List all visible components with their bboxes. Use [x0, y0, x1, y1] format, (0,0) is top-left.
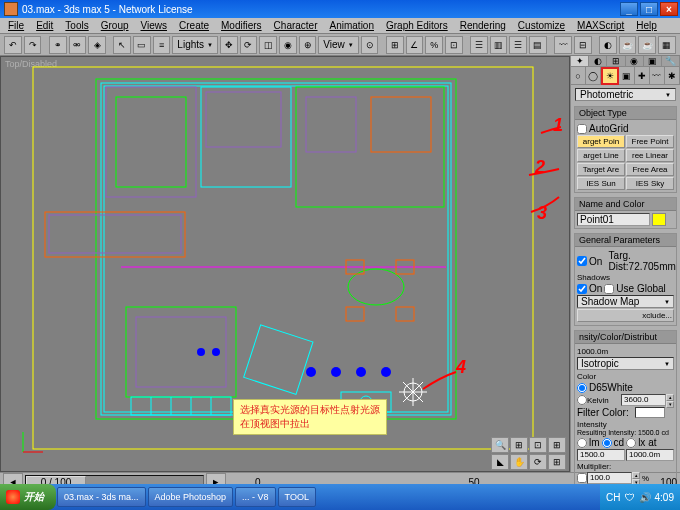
layers-button[interactable]: ▤	[529, 36, 547, 54]
system-tray[interactable]: CH 🛡 🔊 4:09	[600, 484, 680, 510]
named-selection-button[interactable]: ☰	[470, 36, 488, 54]
target-point-button[interactable]: arget Poin	[577, 135, 625, 148]
distribution-dropdown[interactable]: Isotropic	[577, 357, 674, 370]
intensity-header[interactable]: nsity/Color/Distribut	[575, 331, 676, 344]
menu-group[interactable]: Group	[95, 19, 135, 32]
task-item[interactable]: Adobe Photoshop	[148, 487, 234, 507]
target-area-button[interactable]: Target Are	[577, 163, 625, 176]
intensity-value[interactable]: 1500.0	[577, 449, 625, 461]
zoom-all-icon[interactable]: ⊞	[510, 437, 528, 453]
helpers-icon[interactable]: ✚	[635, 67, 650, 85]
menu-modifiers[interactable]: Modifiers	[215, 19, 268, 32]
menu-edit[interactable]: Edit	[30, 19, 59, 32]
filter-color-swatch[interactable]	[635, 407, 665, 418]
curve-editor-button[interactable]: 〰	[554, 36, 572, 54]
bind-button[interactable]: ◈	[88, 36, 106, 54]
mult-checkbox[interactable]	[577, 473, 587, 483]
ref-coord-dropdown[interactable]: View	[318, 36, 358, 54]
arc-rotate-icon[interactable]: ⟳	[529, 454, 547, 470]
minimize-button[interactable]: _	[620, 2, 638, 16]
angle-snap-button[interactable]: ∠	[406, 36, 424, 54]
shadows-on-checkbox[interactable]	[577, 284, 587, 294]
object-type-header[interactable]: Object Type	[575, 107, 676, 120]
hierarchy-tab[interactable]: ⊞	[607, 56, 625, 66]
selection-filter-dropdown[interactable]: Lights	[172, 36, 218, 54]
lights-icon[interactable]: ☀	[601, 67, 619, 85]
scale-button[interactable]: ◫	[259, 36, 277, 54]
mirror-button[interactable]: ▥	[490, 36, 508, 54]
menu-create[interactable]: Create	[173, 19, 215, 32]
motion-tab[interactable]: ◉	[626, 56, 644, 66]
category-dropdown[interactable]: Photometric	[575, 88, 676, 101]
geometry-icon[interactable]: ○	[571, 67, 586, 85]
display-tab[interactable]: ▣	[644, 56, 662, 66]
tray-icon[interactable]: 🔊	[639, 492, 651, 503]
align-button[interactable]: ☰	[509, 36, 527, 54]
menu-help[interactable]: Help	[630, 19, 663, 32]
snap-button[interactable]: ⊞	[386, 36, 404, 54]
schematic-button[interactable]: ⊟	[574, 36, 592, 54]
menu-character[interactable]: Character	[268, 19, 324, 32]
general-params-header[interactable]: General Parameters	[575, 234, 676, 247]
ref-coord-button[interactable]: ◉	[279, 36, 297, 54]
d65-radio[interactable]	[577, 383, 587, 393]
cameras-icon[interactable]: ▣	[619, 67, 634, 85]
menu-file[interactable]: File	[2, 19, 30, 32]
shapes-icon[interactable]: ◯	[586, 67, 601, 85]
select-region-button[interactable]: ▭	[133, 36, 151, 54]
select-button[interactable]: ↖	[113, 36, 131, 54]
menu-customize[interactable]: Customize	[512, 19, 571, 32]
material-editor-button[interactable]: ◐	[599, 36, 617, 54]
link-button[interactable]: ⚭	[49, 36, 67, 54]
create-tab[interactable]: ✦	[571, 56, 589, 66]
menu-animation[interactable]: Animation	[324, 19, 380, 32]
lm-radio[interactable]	[577, 438, 587, 448]
render-type-button[interactable]: ▦	[658, 36, 676, 54]
systems-icon[interactable]: ✱	[665, 67, 680, 85]
modify-tab[interactable]: ◐	[589, 56, 607, 66]
spacewarps-icon[interactable]: 〰	[650, 67, 665, 85]
menu-maxscript[interactable]: MAXScript	[571, 19, 630, 32]
redo-button[interactable]: ↷	[24, 36, 42, 54]
task-item[interactable]: 03.max - 3ds ma...	[57, 487, 146, 507]
free-area-button[interactable]: Free Area	[626, 163, 674, 176]
cd-radio[interactable]	[602, 438, 612, 448]
task-item[interactable]: TOOL	[278, 487, 316, 507]
color-swatch[interactable]	[652, 213, 666, 226]
rotate-button[interactable]: ⟳	[240, 36, 258, 54]
manipulate-button[interactable]: ⊕	[299, 36, 317, 54]
pan-icon[interactable]: ✋	[510, 454, 528, 470]
utilities-tab[interactable]: 🔧	[662, 56, 680, 66]
zoom-extents-all-icon[interactable]: ⊞	[548, 437, 566, 453]
percent-snap-button[interactable]: %	[425, 36, 443, 54]
close-button[interactable]: ×	[660, 2, 678, 16]
spinner-snap-button[interactable]: ⊡	[445, 36, 463, 54]
start-button[interactable]: 开始	[0, 484, 56, 510]
menu-rendering[interactable]: Rendering	[454, 19, 512, 32]
viewport-top[interactable]: Top/Disabled	[0, 56, 570, 472]
lx-radio[interactable]	[626, 438, 636, 448]
free-point-button[interactable]: Free Point	[626, 135, 674, 148]
menu-tools[interactable]: Tools	[59, 19, 94, 32]
use-global-checkbox[interactable]	[604, 284, 614, 294]
ies-sun-button[interactable]: IES Sun	[577, 177, 625, 190]
menu-grapheditors[interactable]: Graph Editors	[380, 19, 454, 32]
render-scene-button[interactable]: ☕	[619, 36, 637, 54]
kelvin-radio[interactable]	[577, 395, 587, 405]
ies-sky-button[interactable]: IES Sky	[626, 177, 674, 190]
move-button[interactable]: ✥	[220, 36, 238, 54]
unlink-button[interactable]: ⚮	[69, 36, 87, 54]
object-name-input[interactable]: Point01	[577, 213, 650, 226]
free-linear-button[interactable]: ree Linear	[626, 149, 674, 162]
select-by-name-button[interactable]: ≡	[153, 36, 171, 54]
zoom-extents-icon[interactable]: ⊡	[529, 437, 547, 453]
task-item[interactable]: ... - V8	[235, 487, 276, 507]
menu-views[interactable]: Views	[135, 19, 174, 32]
fov-icon[interactable]: ◣	[491, 454, 509, 470]
tray-icon[interactable]: 🛡	[625, 492, 635, 503]
autogrid-checkbox[interactable]	[577, 124, 587, 134]
quick-render-button[interactable]: ☕	[638, 36, 656, 54]
exclude-button[interactable]: xclude...	[577, 309, 674, 322]
kelvin-value[interactable]: 3600.0	[621, 394, 666, 406]
maximize-button[interactable]: □	[640, 2, 658, 16]
